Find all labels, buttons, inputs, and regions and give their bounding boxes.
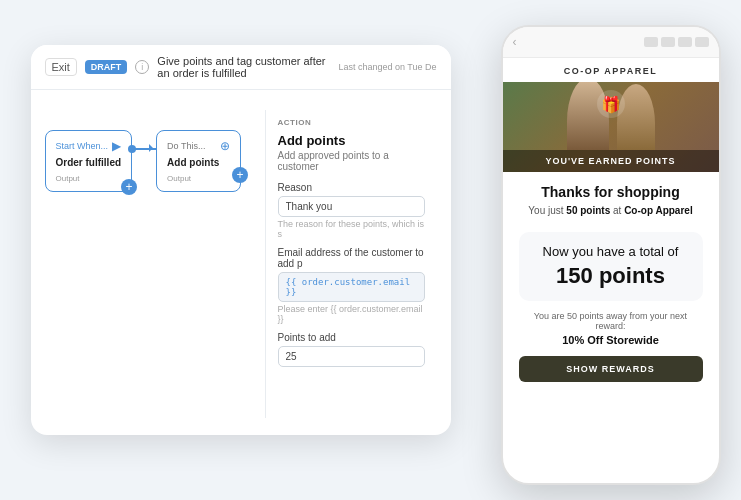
do-node-label: Do This...: [167, 141, 205, 151]
workflow-canvas: Start When... ▶ Order fulfilled Output +: [31, 90, 451, 435]
do-node-output: Output: [167, 174, 230, 183]
email-body: Thanks for shopping You just 50 points a…: [503, 172, 719, 394]
email-reward-name: 10% Off Storewide: [519, 334, 703, 346]
gift-icon-area: 🎁: [597, 90, 625, 118]
store-brand: Co-op Apparel: [624, 205, 693, 216]
do-node-action: Add points: [167, 157, 230, 168]
email-tag-field: {{ order.customer.email }}: [278, 272, 425, 302]
arrow-connector: [132, 130, 156, 150]
email-content: CO-OP APPAREL 🎁 YOU'VE EARNED POINTS Tha…: [503, 58, 719, 476]
earned-amount: 50 points: [566, 205, 610, 216]
email-total-points: 150 points: [529, 263, 693, 289]
email-placeholder-hint: Please enter {{ order.customer.email }}: [278, 304, 425, 324]
action-section-label: ACTION: [278, 118, 425, 127]
start-node-label: Start When...: [56, 141, 109, 151]
workflow-title: Give points and tag customer after an or…: [157, 55, 330, 79]
flow-area: Start When... ▶ Order fulfilled Output +: [45, 110, 265, 418]
reason-input[interactable]: [278, 196, 425, 217]
scene: Exit Draft i Give points and tag custome…: [11, 15, 731, 485]
flow-nodes: Start When... ▶ Order fulfilled Output +: [45, 130, 265, 192]
action-panel: ACTION Add points Add approved points to…: [265, 110, 437, 418]
start-node-add-btn[interactable]: +: [121, 179, 137, 195]
email-total-label: Now you have a total of: [529, 244, 693, 261]
last-changed: Last changed on Tue De: [338, 62, 436, 72]
start-node-output: Output: [56, 174, 122, 183]
points-label: Points to add: [278, 332, 425, 343]
points-input[interactable]: [278, 346, 425, 367]
workflow-header: Exit Draft i Give points and tag custome…: [31, 45, 451, 90]
info-icon: i: [135, 60, 149, 74]
email-hero: 🎁 YOU'VE EARNED POINTS: [503, 82, 719, 172]
do-node-header: Do This... ⊕: [167, 139, 230, 153]
start-node[interactable]: Start When... ▶ Order fulfilled Output +: [45, 130, 133, 192]
reason-label: Reason: [278, 182, 425, 193]
email-away-text: You are 50 points away from your next re…: [519, 311, 703, 331]
start-node-header: Start When... ▶: [56, 139, 122, 153]
email-store-name: CO-OP APPAREL: [503, 58, 719, 82]
browser-dot-1: [644, 37, 658, 47]
gift-icon: 🎁: [601, 95, 621, 114]
browser-dots: [644, 37, 709, 47]
do-node[interactable]: Do This... ⊕ Add points Output +: [156, 130, 241, 192]
browser-back-icon[interactable]: ‹: [513, 35, 517, 49]
action-name: Add points: [278, 133, 425, 148]
start-node-event: Order fulfilled: [56, 157, 122, 168]
email-earned-text: You just 50 points at Co-op Apparel: [519, 204, 703, 218]
email-field-label: Email address of the customer to add p: [278, 247, 425, 269]
action-desc: Add approved points to a customer: [278, 150, 425, 172]
do-node-icon: ⊕: [220, 139, 230, 153]
start-node-icon: ▶: [112, 139, 121, 153]
reason-hint: The reason for these points, which is s: [278, 219, 425, 239]
phone-browser-bar: ‹: [503, 27, 719, 58]
phone-mockup: ‹ CO-OP APPAREL 🎁 YOU'V: [501, 25, 721, 485]
draft-badge: Draft: [85, 60, 128, 74]
browser-dot-3: [678, 37, 692, 47]
person-shape-2: [617, 84, 655, 150]
show-rewards-button[interactable]: SHOW REWARDS: [519, 356, 703, 382]
hero-earned-text: YOU'VE EARNED POINTS: [513, 156, 709, 166]
do-node-add-btn[interactable]: +: [232, 167, 248, 183]
arrow-line: [132, 148, 156, 150]
browser-dot-2: [661, 37, 675, 47]
hero-overlay: YOU'VE EARNED POINTS: [503, 150, 719, 172]
exit-button[interactable]: Exit: [45, 58, 77, 76]
email-thanks-heading: Thanks for shopping: [519, 184, 703, 200]
workflow-card: Exit Draft i Give points and tag custome…: [31, 45, 451, 435]
email-total-section: Now you have a total of 150 points: [519, 232, 703, 301]
browser-dot-4: [695, 37, 709, 47]
arrow-dot: [128, 145, 136, 153]
